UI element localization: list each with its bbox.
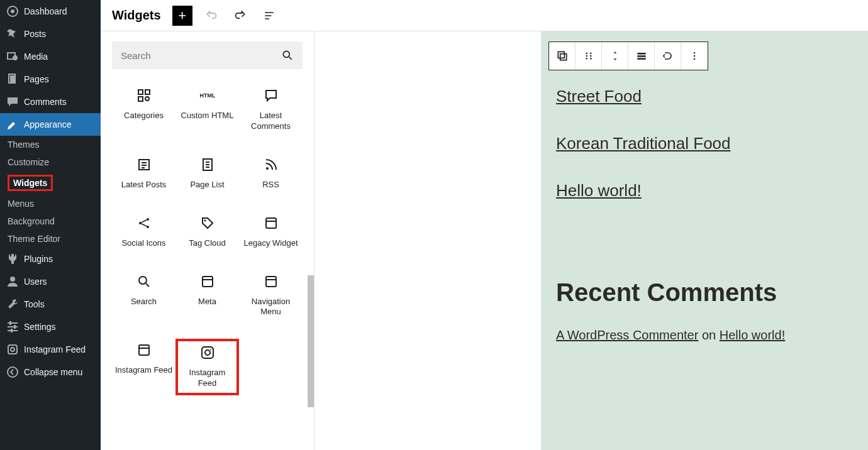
toolbar-drag-handle[interactable] — [576, 42, 602, 70]
plus-icon: + — [178, 8, 186, 24]
block-label: Social Icons — [121, 238, 165, 249]
list-icon — [263, 9, 275, 22]
nav-plugins[interactable]: Plugins — [0, 248, 101, 270]
nav-media[interactable]: Media — [0, 45, 101, 68]
block-label: Categories — [124, 111, 164, 121]
svg-point-40 — [590, 53, 592, 55]
redo-button[interactable] — [230, 6, 250, 26]
svg-rect-13 — [8, 345, 17, 354]
block-custom-html[interactable]: HTML Custom HTML — [175, 84, 239, 136]
svg-rect-17 — [138, 90, 143, 94]
toolbar-align[interactable] — [628, 42, 655, 70]
nav-collapse[interactable]: Collapse menu — [0, 361, 101, 383]
widget-area[interactable]: Street Food Korean Traditional Food Hell… — [541, 31, 868, 450]
plug-icon — [6, 253, 19, 265]
comment-post-link[interactable]: Hello world! — [720, 328, 785, 342]
nav-label: Media — [24, 52, 48, 62]
nav-tools[interactable]: Tools — [0, 293, 101, 316]
block-search[interactable]: Search — [112, 270, 175, 322]
post-link[interactable]: Street Food — [556, 87, 642, 106]
svg-point-3 — [13, 55, 18, 60]
svg-point-42 — [590, 55, 592, 57]
block-instagram-feed-1[interactable]: Instagram Feed — [112, 339, 175, 395]
block-meta[interactable]: Meta — [175, 270, 239, 322]
toolbar-move-to[interactable] — [655, 42, 681, 70]
subnav-themes[interactable]: Themes — [0, 136, 101, 153]
dashboard-icon — [6, 5, 19, 18]
nav-posts[interactable]: Posts — [0, 23, 101, 45]
block-instagram-feed-2[interactable]: Instagram Feed — [175, 339, 239, 395]
instagram-feed-icon — [136, 343, 152, 358]
toolbar-move[interactable] — [602, 42, 628, 70]
undo-button[interactable] — [201, 6, 221, 26]
inserter-scrollbar[interactable] — [306, 31, 314, 450]
block-legacy-widget[interactable]: Legacy Widget — [239, 212, 303, 253]
svg-rect-33 — [139, 345, 149, 355]
block-label: RSS — [262, 180, 279, 190]
nav-pages[interactable]: Pages — [0, 68, 101, 91]
block-latest-comments[interactable]: Latest Comments — [239, 84, 303, 136]
nav-settings[interactable]: Settings — [0, 316, 101, 338]
svg-point-39 — [586, 53, 587, 55]
post-link[interactable]: Korean Traditional Food — [556, 134, 731, 153]
list-view-button[interactable] — [259, 6, 279, 26]
block-rss[interactable]: RSS — [239, 153, 303, 194]
nav-instagram-feed[interactable]: Instagram Feed — [0, 338, 101, 361]
block-page-list[interactable]: Page List — [175, 153, 239, 194]
svg-point-6 — [10, 277, 15, 282]
subnav-customize[interactable]: Customize — [0, 153, 101, 171]
nav-label: Instagram Feed — [24, 344, 86, 354]
widget-icon — [264, 216, 279, 231]
block-tag-cloud[interactable]: Tag Cloud — [175, 212, 239, 253]
block-social-icons[interactable]: Social Icons — [112, 212, 175, 253]
block-categories[interactable]: Categories — [112, 84, 175, 136]
posts-icon — [136, 157, 152, 172]
svg-rect-19 — [138, 97, 143, 101]
svg-rect-10 — [9, 321, 11, 325]
svg-rect-31 — [203, 277, 213, 287]
svg-point-24 — [266, 167, 269, 170]
subnav-widgets[interactable]: Widgets — [0, 171, 101, 195]
nav-label: Posts — [24, 29, 46, 39]
nav-appearance[interactable]: Appearance — [0, 113, 101, 136]
block-toolbar — [548, 41, 708, 70]
svg-point-35 — [205, 350, 210, 355]
post-link[interactable]: Hello world! — [556, 181, 642, 200]
align-icon — [635, 50, 648, 62]
svg-point-48 — [694, 52, 696, 54]
subnav-background[interactable]: Background — [0, 212, 101, 230]
scrollbar-thumb[interactable] — [308, 275, 314, 407]
block-navigation-menu[interactable]: Navigation Menu — [239, 270, 303, 322]
commenter-link[interactable]: A WordPress Commenter — [556, 328, 698, 342]
toolbar-more[interactable] — [681, 42, 708, 70]
svg-point-14 — [11, 348, 14, 351]
svg-rect-11 — [14, 325, 16, 329]
latest-posts-block[interactable]: Street Food Korean Traditional Food Hell… — [556, 87, 850, 228]
subnav-theme-editor[interactable]: Theme Editor — [0, 230, 101, 248]
nav-label: Plugins — [24, 254, 53, 264]
share-icon — [136, 216, 152, 231]
comment-icon — [6, 96, 19, 108]
block-latest-posts[interactable]: Latest Posts — [112, 153, 175, 194]
nav-dashboard[interactable]: Dashboard — [0, 0, 101, 23]
editor-topbar: Widgets + — [101, 0, 868, 31]
search-box[interactable] — [112, 41, 303, 69]
drag-icon — [582, 50, 595, 62]
nav-users[interactable]: Users — [0, 270, 101, 293]
svg-rect-18 — [145, 90, 150, 94]
search-input[interactable] — [121, 50, 281, 61]
tag-icon — [200, 216, 215, 231]
svg-text:HTML: HTML — [200, 92, 215, 99]
subnav-menus[interactable]: Menus — [0, 195, 101, 212]
svg-point-30 — [139, 277, 147, 284]
wrench-icon — [6, 298, 19, 310]
nav-comments[interactable]: Comments — [0, 91, 101, 113]
block-label: Instagram Feed — [179, 368, 235, 389]
pages-icon — [6, 73, 19, 85]
nav-label: Appearance — [24, 119, 72, 129]
search-block-icon — [136, 274, 152, 289]
rss-icon — [264, 157, 279, 172]
add-block-button[interactable]: + — [172, 6, 192, 26]
toolbar-block-type[interactable] — [549, 42, 576, 70]
nav-menu-icon — [264, 274, 279, 289]
